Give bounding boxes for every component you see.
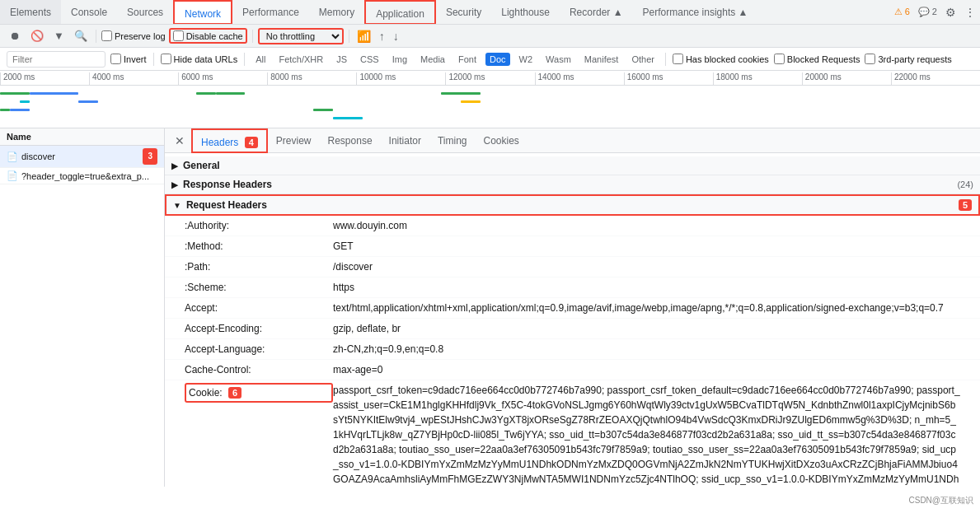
hide-data-urls-label: Hide data URLs (174, 54, 238, 64)
general-section-header[interactable]: ▶ General (165, 156, 980, 175)
header-row-cookie: Cookie: 6 passport_csrf_token=c9dadc716e… (165, 380, 980, 487)
has-blocked-cookies-checkbox[interactable]: Has blocked cookies (673, 54, 769, 64)
request-name-extra: ?header_toggle=true&extra_p... (21, 171, 157, 181)
request-headers-badge: 5 (959, 199, 972, 211)
request-item-extra[interactable]: 📄 ?header_toggle=true&extra_p... (0, 168, 164, 184)
ruler-mark-3: 8000 ms (267, 72, 356, 85)
timeline-bar-5 (20, 100, 30, 103)
header-name-method: :Method: (185, 239, 333, 254)
header-value-cookie: passport_csrf_token=c9dadc716ee664cc0d0b… (333, 383, 960, 487)
filter-other[interactable]: Other (627, 53, 659, 66)
header-name-accept-language: Accept-Language: (185, 342, 333, 357)
filter-w2[interactable]: W2 (515, 53, 537, 66)
filter-font[interactable]: Font (454, 53, 481, 66)
throttle-select[interactable]: No throttling Fast 3G Slow 3G Offline (258, 28, 344, 44)
response-headers-title: Response Headers (183, 179, 957, 190)
invert-label: Invert (124, 54, 147, 64)
detail-tab-cookies[interactable]: Cookies (475, 128, 527, 153)
left-panel-header: Name (0, 128, 164, 146)
blocked-requests-checkbox[interactable]: Blocked Requests (774, 54, 860, 64)
tab-recorder[interactable]: Recorder ▲ (560, 0, 633, 25)
detail-tab-response[interactable]: Response (320, 128, 381, 153)
header-value-scheme: https (333, 280, 960, 295)
invert-input[interactable] (110, 54, 121, 64)
tab-security[interactable]: Security (436, 0, 491, 25)
comment-badge[interactable]: 💬 2 (914, 5, 941, 19)
clear-button[interactable]: 🚫 (27, 28, 47, 44)
header-value-path: /discover (333, 259, 960, 274)
filter-input[interactable] (7, 51, 106, 68)
header-row-method: :Method: GET (165, 236, 980, 257)
doc-icon-2: 📄 (7, 170, 18, 181)
left-panel: Name 📄 discover 3 📄 ?header_toggle=true&… (0, 128, 165, 487)
response-headers-section-header[interactable]: ▶ Response Headers (24) (165, 175, 980, 194)
tab-application[interactable]: Application (364, 0, 436, 25)
detail-tab-preview[interactable]: Preview (268, 128, 320, 153)
disable-cache-checkbox[interactable]: Disable cache (169, 28, 247, 44)
upload-icon[interactable]: ↑ (377, 29, 387, 44)
filter-doc[interactable]: Doc (485, 53, 510, 66)
hide-data-urls-checkbox[interactable]: Hide data URLs (161, 54, 238, 64)
response-headers-arrow-icon: ▶ (171, 180, 178, 189)
timeline-bar-10 (10, 109, 30, 111)
invert-checkbox[interactable]: Invert (110, 54, 147, 64)
hide-data-urls-input[interactable] (161, 54, 171, 64)
third-party-checkbox[interactable]: 3rd-party requests (865, 54, 951, 64)
header-name-accept-encoding: Accept-Encoding: (185, 321, 333, 336)
preserve-log-checkbox[interactable]: Preserve log (101, 30, 166, 41)
tab-console[interactable]: Console (61, 0, 117, 25)
detail-tab-headers[interactable]: Headers 4 (191, 128, 268, 153)
alert-badge[interactable]: ⚠ 6 (890, 5, 914, 19)
header-row-accept-encoding: Accept-Encoding: gzip, deflate, br (165, 319, 980, 339)
timeline-ruler: 2000 ms 4000 ms 6000 ms 8000 ms 10000 ms… (0, 71, 980, 86)
more-icon[interactable]: ⋮ (960, 4, 980, 21)
filter-sep3 (665, 53, 666, 66)
settings-icon[interactable]: ⚙ (941, 4, 960, 21)
filter-toggle[interactable]: ▼ (50, 28, 68, 44)
tab-performance[interactable]: Performance (232, 0, 309, 25)
header-name-authority: :Authority: (185, 218, 333, 233)
disable-cache-input[interactable] (173, 30, 184, 41)
search-button[interactable]: 🔍 (71, 28, 91, 44)
preserve-log-input[interactable] (101, 30, 112, 41)
timeline-bar-8 (461, 100, 481, 103)
tab-memory[interactable]: Memory (309, 0, 364, 25)
filter-wasm[interactable]: Wasm (542, 53, 575, 66)
filter-img[interactable]: Img (388, 53, 411, 66)
filter-all[interactable]: All (251, 53, 270, 66)
blocked-requests-input[interactable] (774, 54, 785, 64)
tab-sources[interactable]: Sources (117, 0, 173, 25)
filter-css[interactable]: CSS (356, 53, 383, 66)
header-row-scheme: :Scheme: https (165, 277, 980, 298)
record-button[interactable]: ⏺ (7, 28, 24, 44)
wifi-icon[interactable]: 📶 (354, 29, 373, 44)
name-column-label: Name (7, 132, 31, 142)
filter-media[interactable]: Media (416, 53, 449, 66)
main-split: Name 📄 discover 3 📄 ?header_toggle=true&… (0, 128, 980, 487)
download-icon[interactable]: ↓ (391, 29, 401, 44)
detail-close-button[interactable]: ✕ (171, 133, 188, 149)
filter-sep2 (244, 53, 245, 66)
filter-manifest[interactable]: Manifest (580, 53, 623, 66)
detail-tab-timing[interactable]: Timing (429, 128, 476, 153)
tab-performance-insights[interactable]: Performance insights ▲ (633, 0, 758, 25)
header-value-method: GET (333, 239, 960, 254)
tab-elements[interactable]: Elements (0, 0, 61, 25)
request-headers-section-header[interactable]: ▼ Request Headers 5 (165, 194, 980, 216)
request-item-discover[interactable]: 📄 discover 3 (0, 146, 164, 168)
header-name-path: :Path: (185, 259, 333, 274)
header-row-path: :Path: /discover (165, 257, 980, 277)
filter-fetch-xhr[interactable]: Fetch/XHR (274, 53, 327, 66)
tab-lighthouse[interactable]: Lighthouse (491, 0, 560, 25)
detail-tab-initiator[interactable]: Initiator (381, 128, 429, 153)
header-row-authority: :Authority: www.douyin.com (165, 216, 980, 236)
tab-network[interactable]: Network (173, 0, 232, 25)
has-blocked-cookies-input[interactable] (673, 54, 683, 64)
filter-js[interactable]: JS (332, 53, 351, 66)
ruler-mark-0: 2000 ms (0, 72, 89, 85)
request-headers-title: Request Headers (186, 199, 955, 211)
header-name-accept: Accept: (185, 301, 333, 315)
third-party-input[interactable] (865, 54, 875, 64)
header-value-cache-control: max-age=0 (333, 362, 960, 377)
network-toolbar: ⏺ 🚫 ▼ 🔍 Preserve log Disable cache No th… (0, 25, 980, 48)
